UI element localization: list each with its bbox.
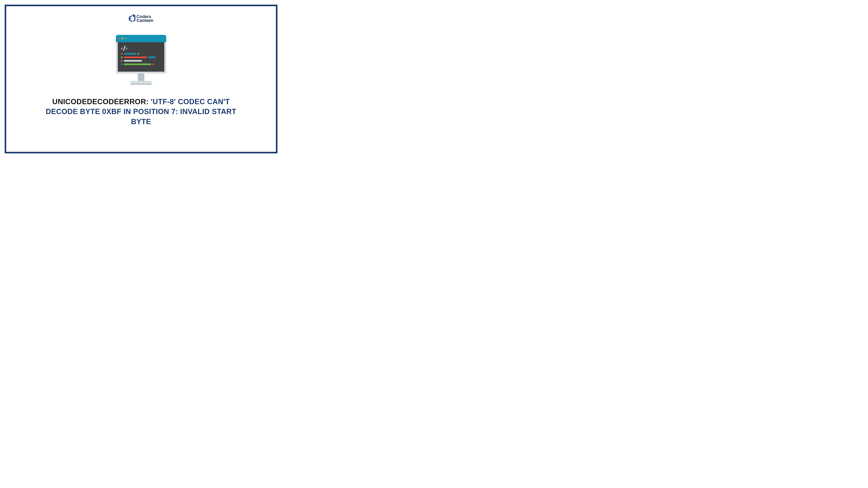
code-line [121,57,161,58]
document-card: Coders Canteen ‹ › [0,0,282,158]
logo-text: Coders Canteen [136,14,153,23]
monitor-stand-neck [138,73,144,81]
monitor-stand-base [130,81,152,84]
traffic-light-red-icon [119,38,120,39]
monitor-frame: ‹ › [116,35,166,73]
logo-line2: Canteen [136,19,153,23]
logo-mark-icon [129,14,135,23]
monitor-stand-shadow [130,84,152,85]
code-line [121,64,161,65]
code-screen: ‹ › [118,42,164,72]
code-line [121,60,161,62]
window-title-bar [116,35,166,42]
content-frame: Coders Canteen ‹ › [5,5,277,153]
computer-illustration-icon: ‹ › [116,35,166,87]
headline-text: UNICODEDECODEERROR: 'UTF-8' CODEC CAN'T … [33,97,250,127]
headline-error-name: UNICODEDECODEERROR: [52,98,149,106]
traffic-light-green-icon [125,38,126,39]
traffic-light-yellow-icon [122,38,123,39]
code-brackets-icon: ‹ › [121,46,161,51]
code-line [121,53,161,55]
brand-logo: Coders Canteen [129,14,153,23]
